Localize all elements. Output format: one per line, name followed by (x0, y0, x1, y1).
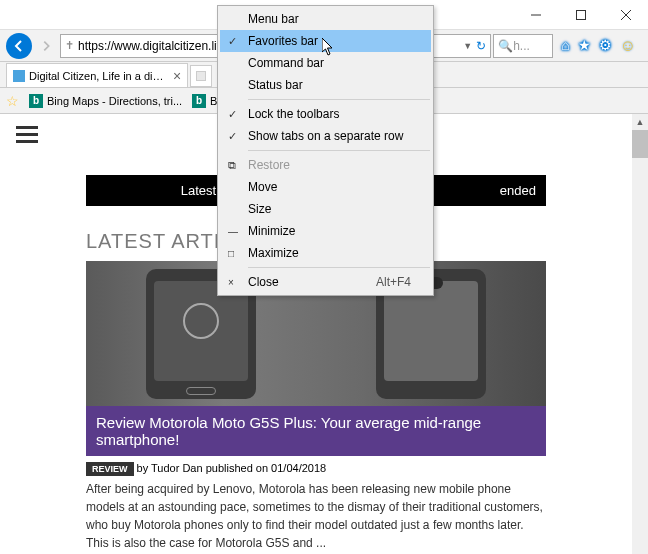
menu-item-tabs-separate-row[interactable]: ✓ Show tabs on a separate row (220, 125, 431, 147)
article-meta: REVIEW by Tudor Dan published on 01/04/2… (86, 456, 546, 480)
minimize-icon: — (228, 226, 238, 237)
menu-item-size[interactable]: Size (220, 198, 431, 220)
vertical-scrollbar[interactable]: ▲ (632, 114, 648, 554)
menu-label: Close (248, 275, 279, 289)
context-menu: Menu bar ✓ Favorites bar Command bar Sta… (217, 5, 434, 296)
close-window-button[interactable] (603, 0, 648, 30)
check-icon: ✓ (228, 108, 237, 121)
menu-item-minimize[interactable]: — Minimize (220, 220, 431, 242)
menu-label: Status bar (248, 78, 303, 92)
bing-icon: b (192, 94, 206, 108)
toolbar-icons: ⌂ ★ ⚙ ☺ (555, 37, 642, 55)
menu-item-commandbar[interactable]: Command bar (220, 52, 431, 74)
scroll-up-arrow[interactable]: ▲ (632, 114, 648, 130)
search-box[interactable]: 🔍 h... (493, 34, 553, 58)
maximize-button[interactable] (558, 0, 603, 30)
menu-label: Move (248, 180, 277, 194)
tab-favicon (13, 70, 25, 82)
tools-icon[interactable]: ⚙ (599, 37, 612, 55)
feedback-icon[interactable]: ☺ (620, 37, 636, 55)
menu-label: Minimize (248, 224, 295, 238)
menu-item-maximize[interactable]: □ Maximize (220, 242, 431, 264)
home-icon[interactable]: ⌂ (561, 37, 569, 55)
favorite-label: Bing Maps - Directions, tri... (47, 95, 182, 107)
menu-label: Size (248, 202, 271, 216)
menu-item-restore: ⧉ Restore (220, 154, 431, 176)
favorites-icon[interactable]: ★ (578, 37, 591, 55)
menu-label: Maximize (248, 246, 299, 260)
menu-separator (248, 150, 430, 151)
article-byline: by Tudor Dan published on 01/04/2018 (134, 462, 327, 474)
maximize-icon: □ (228, 248, 234, 259)
menu-item-close[interactable]: × Close Alt+F4 (220, 271, 431, 293)
svg-rect-1 (576, 10, 585, 19)
article-body: After being acquired by Lenovo, Motorola… (86, 480, 546, 552)
bing-icon: b (29, 94, 43, 108)
menu-label: Favorites bar (248, 34, 318, 48)
menu-separator (248, 99, 430, 100)
new-tab-button[interactable] (190, 65, 212, 87)
dropdown-icon[interactable]: ▼ (463, 41, 472, 51)
menu-label: Command bar (248, 56, 324, 70)
review-badge: REVIEW (86, 462, 134, 476)
add-favorite-icon[interactable]: ☆ (6, 93, 19, 109)
check-icon: ✓ (228, 35, 237, 48)
check-icon: ✓ (228, 130, 237, 143)
menu-item-menubar[interactable]: Menu bar (220, 8, 431, 30)
menu-label: Menu bar (248, 12, 299, 26)
search-placeholder: h... (513, 39, 530, 53)
menu-item-move[interactable]: Move (220, 176, 431, 198)
browser-tab[interactable]: Digital Citizen, Life in a digi... × (6, 63, 188, 87)
favorite-item[interactable]: b Bing Maps - Directions, tri... (29, 94, 182, 108)
favicon-icon: ✝ (65, 39, 74, 52)
refresh-icon[interactable]: ↻ (476, 39, 486, 53)
minimize-button[interactable] (513, 0, 558, 30)
menu-item-statusbar[interactable]: Status bar (220, 74, 431, 96)
menu-separator (248, 267, 430, 268)
forward-button[interactable] (34, 34, 58, 58)
menu-label: Show tabs on a separate row (248, 129, 403, 143)
tab-close-icon[interactable]: × (173, 68, 181, 84)
menu-item-favoritesbar[interactable]: ✓ Favorites bar (220, 30, 431, 52)
menu-shortcut: Alt+F4 (376, 275, 411, 289)
search-icon: 🔍 (498, 39, 513, 53)
scroll-thumb[interactable] (632, 130, 648, 158)
article-card: Review Motorola Moto G5S Plus: Your aver… (86, 261, 546, 552)
back-button[interactable] (6, 33, 32, 59)
restore-icon: ⧉ (228, 159, 236, 172)
menu-item-lock-toolbars[interactable]: ✓ Lock the toolbars (220, 103, 431, 125)
menu-label: Lock the toolbars (248, 107, 339, 121)
article-title[interactable]: Review Motorola Moto G5S Plus: Your aver… (86, 406, 546, 456)
tab-title: Digital Citizen, Life in a digi... (29, 70, 169, 82)
menu-label: Restore (248, 158, 290, 172)
close-icon: × (228, 277, 234, 288)
